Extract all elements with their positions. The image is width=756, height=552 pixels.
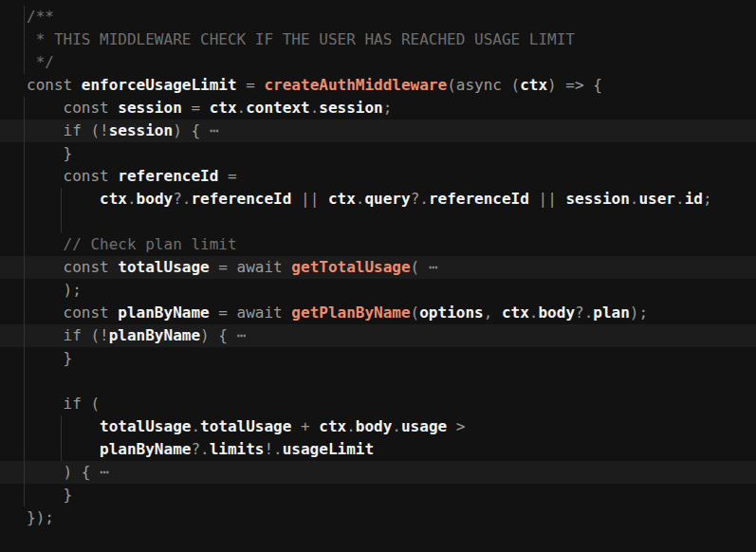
code-token: totalUsage bbox=[118, 258, 209, 276]
code-line-7[interactable]: } bbox=[0, 142, 756, 165]
code-line-18[interactable]: if ( bbox=[0, 393, 756, 415]
code-token: if (! bbox=[27, 326, 109, 344]
code-token: = await bbox=[210, 304, 292, 322]
folded-code-ellipsis-icon[interactable]: ⋯ bbox=[237, 326, 247, 344]
code-token: || bbox=[291, 190, 328, 208]
code-token: ) { bbox=[173, 121, 210, 139]
indent-guide bbox=[24, 484, 25, 506]
code-line-3[interactable]: */ bbox=[0, 51, 756, 74]
code-line-20[interactable]: planByName?.limits!.usageLimit bbox=[0, 438, 756, 461]
code-token: ( bbox=[411, 258, 429, 276]
code-token: body bbox=[538, 304, 575, 322]
indent-guide bbox=[24, 393, 25, 415]
code-line-2[interactable]: * THIS MIDDLEWARE CHECK IF THE USER HAS … bbox=[0, 28, 756, 51]
code-token: session bbox=[319, 99, 382, 117]
indent-guide bbox=[24, 347, 25, 370]
indent-guide bbox=[24, 461, 25, 484]
code-token: referenceId bbox=[191, 190, 291, 208]
code-token: ?. bbox=[173, 190, 191, 208]
code-line-19[interactable]: totalUsage.totalUsage + ctx.body.usage > bbox=[0, 415, 756, 438]
code-token: . bbox=[127, 190, 137, 208]
code-token: } bbox=[27, 144, 72, 162]
code-token: ctx bbox=[210, 99, 237, 117]
code-token: > bbox=[447, 417, 465, 435]
code-token: if ( bbox=[27, 395, 100, 413]
code-token: referenceId bbox=[118, 167, 218, 185]
folded-code-ellipsis-icon[interactable]: ⋯ bbox=[429, 258, 438, 276]
code-token: = bbox=[218, 167, 236, 185]
indent-guide bbox=[24, 97, 25, 120]
code-line-1[interactable]: /** bbox=[0, 6, 756, 28]
code-token: id bbox=[685, 190, 703, 208]
code-token: plan bbox=[593, 304, 630, 322]
code-line-15[interactable]: if (!planByName) { ⋯ bbox=[0, 324, 756, 347]
code-token: body bbox=[356, 417, 393, 435]
code-token: . bbox=[392, 417, 401, 435]
code-token bbox=[27, 440, 100, 458]
code-token bbox=[27, 190, 100, 208]
code-line-17[interactable] bbox=[0, 370, 756, 393]
code-line-8[interactable]: const referenceId = bbox=[0, 165, 756, 188]
code-token: options bbox=[419, 304, 483, 322]
indent-guide bbox=[61, 438, 62, 461]
code-line-21[interactable]: ) { ⋯ bbox=[0, 461, 756, 484]
indent-guide bbox=[24, 142, 25, 165]
code-comment: */ bbox=[27, 53, 54, 71]
code-token: getTotalUsage bbox=[291, 258, 410, 276]
indent-guide bbox=[61, 188, 62, 211]
indent-guide bbox=[24, 188, 25, 211]
indent-guide bbox=[24, 211, 25, 233]
code-token: ctx bbox=[100, 190, 127, 208]
code-token: = await bbox=[210, 258, 292, 276]
code-line-13[interactable]: ); bbox=[0, 279, 756, 302]
code-token: user bbox=[638, 190, 675, 208]
code-line-10[interactable] bbox=[0, 211, 756, 233]
code-line-6[interactable]: if (!session) { ⋯ bbox=[0, 120, 756, 142]
code-line-4[interactable]: const enforceUsageLimit = createAuthMidd… bbox=[0, 74, 756, 97]
code-token: . bbox=[191, 417, 200, 435]
code-token: referenceId bbox=[429, 190, 529, 208]
code-token: . bbox=[346, 417, 356, 435]
indent-guide bbox=[24, 120, 25, 142]
code-token: totalUsage bbox=[200, 417, 291, 435]
code-token: ctx bbox=[502, 304, 529, 322]
code-token: const bbox=[27, 76, 82, 94]
code-token: = bbox=[237, 76, 265, 94]
code-line-12[interactable]: const totalUsage = await getTotalUsage( … bbox=[0, 256, 756, 279]
code-token: ?. bbox=[191, 440, 209, 458]
code-token: } bbox=[27, 486, 72, 504]
code-line-23[interactable]: }); bbox=[0, 506, 756, 529]
code-token: ) { bbox=[27, 463, 100, 481]
code-comment: /** bbox=[27, 8, 54, 26]
code-line-5[interactable]: const session = ctx.context.session; bbox=[0, 97, 756, 120]
code-area[interactable]: /** * THIS MIDDLEWARE CHECK IF THE USER … bbox=[0, 6, 756, 529]
code-token: ctx bbox=[319, 417, 346, 435]
code-token: ); bbox=[27, 281, 82, 299]
code-token: , bbox=[484, 304, 502, 322]
code-token: usage bbox=[401, 417, 447, 435]
code-token: session bbox=[565, 190, 629, 208]
code-token: } bbox=[27, 349, 72, 367]
code-line-9[interactable]: ctx.body?.referenceId || ctx.query?.refe… bbox=[0, 188, 756, 211]
indent-guide bbox=[24, 370, 25, 393]
code-token: enforceUsageLimit bbox=[82, 76, 237, 94]
code-token: !. bbox=[264, 440, 282, 458]
code-line-14[interactable]: const planByName = await getPlanByName(o… bbox=[0, 302, 756, 324]
code-token: . bbox=[237, 99, 247, 117]
code-line-16[interactable]: } bbox=[0, 347, 756, 370]
folded-code-ellipsis-icon[interactable]: ⋯ bbox=[210, 121, 219, 139]
code-token: session bbox=[118, 99, 181, 117]
code-token: = bbox=[182, 99, 210, 117]
code-token: query bbox=[364, 190, 410, 208]
code-comment: // Check plan limit bbox=[27, 235, 237, 253]
code-token: ( bbox=[411, 304, 420, 322]
code-line-11[interactable]: // Check plan limit bbox=[0, 233, 756, 256]
code-token: }); bbox=[27, 508, 54, 526]
code-token: planByName bbox=[109, 326, 200, 344]
code-comment: * THIS MIDDLEWARE CHECK IF THE USER HAS … bbox=[27, 30, 575, 48]
folded-code-ellipsis-icon[interactable]: ⋯ bbox=[100, 463, 109, 481]
code-token: ?. bbox=[575, 304, 593, 322]
code-token: . bbox=[356, 190, 365, 208]
indent-guide bbox=[24, 279, 25, 302]
code-line-22[interactable]: } bbox=[0, 484, 756, 506]
